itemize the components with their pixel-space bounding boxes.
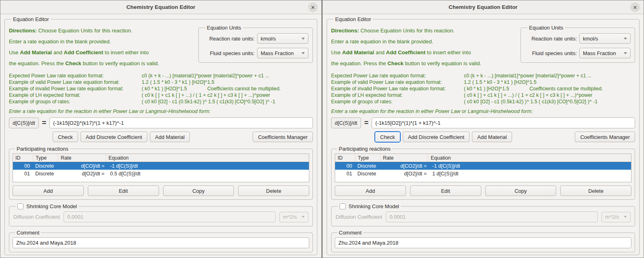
reactions-table-header: ID Type Rate Equation xyxy=(13,154,309,162)
titlebar: Chemistry Equation Editor ✕ xyxy=(0,0,321,14)
comment-group: Comment xyxy=(331,230,635,252)
fluid-species-units-label: Fluid species units: xyxy=(203,50,255,56)
close-button[interactable]: ✕ xyxy=(630,2,640,12)
format-examples: Expected Power Law rate equation format:… xyxy=(9,72,313,105)
directions-line-2: Enter a rate equation in the blank provi… xyxy=(9,38,193,45)
copy-button[interactable]: Copy xyxy=(485,186,557,196)
rate-equation-input[interactable] xyxy=(49,117,313,128)
add-material-button[interactable]: Add Material xyxy=(150,132,190,142)
directions-line-2: Enter a rate equation in the blank provi… xyxy=(331,38,516,45)
header-type[interactable]: Type xyxy=(33,154,58,162)
add-discrete-coefficient-button[interactable]: Add Discrete Coefficient xyxy=(403,132,470,142)
equation-buttons-row: Check Add Discrete Coefficient Add Mater… xyxy=(9,132,313,142)
chevron-down-icon xyxy=(624,52,627,54)
header-equation[interactable]: Equation xyxy=(428,154,631,162)
header-id[interactable]: ID xyxy=(13,154,33,162)
reaction-actions-row: Add Edit Copy Delete xyxy=(335,186,631,196)
close-icon: ✕ xyxy=(633,4,638,11)
reaction-rate-units-value: kmol/s xyxy=(583,36,598,42)
rate-equation-row: d[C(S)]/dt = xyxy=(331,117,635,128)
equation-lhs-label: d[C(S)]/dt xyxy=(9,117,39,128)
table-row[interactable]: 01 Discrete d[O2]/dt = 0.5 d[C(S)]/dt xyxy=(13,170,309,177)
comment-input[interactable] xyxy=(335,237,631,248)
reactions-table: ID Type Rate Equation 00 Discrete d[CO2]… xyxy=(335,154,631,182)
units-grid: Reaction rate units: kmol/s Fluid specie… xyxy=(203,33,308,58)
equation-units-group: Equation Units Reaction rate units: kmol… xyxy=(198,25,313,63)
equation-lhs-label: d[C(S)]/dt xyxy=(331,117,361,128)
format-line: Example of groups of rates:( c0 k0 [O2] … xyxy=(331,98,635,105)
rate-equation-input[interactable] xyxy=(372,117,635,128)
reaction-rate-units-select[interactable]: kmol/s xyxy=(257,33,308,44)
chevron-down-icon xyxy=(624,216,627,218)
equation-units-group: Equation Units Reaction rate units: kmol… xyxy=(521,25,635,63)
directions-and-units: Directions: Choose Equation Units for th… xyxy=(9,25,313,71)
format-line: Expected Power Law rate equation format:… xyxy=(9,72,313,79)
format-line: Example of valid Power Law rate equation… xyxy=(331,79,635,85)
header-rate[interactable]: Rate xyxy=(58,154,106,162)
fluid-species-units-select[interactable]: Mass Fraction xyxy=(257,48,308,58)
add-discrete-coefficient-button[interactable]: Add Discrete Coefficient xyxy=(81,132,147,142)
format-line: Example of LH expected format:( c0 k [ ]… xyxy=(331,92,635,98)
equation-editor-group: Equation Editor Directions: Choose Equat… xyxy=(4,16,317,255)
shrinking-core-checkbox[interactable] xyxy=(340,203,346,209)
window-title: Chemistry Equation Editor xyxy=(448,4,517,10)
format-line: Example of groups of rates:( c0 k0 [O2] … xyxy=(9,98,313,105)
chevron-down-icon xyxy=(302,52,305,54)
format-line: Expected Power Law rate equation format:… xyxy=(331,72,635,79)
table-row[interactable]: 00 Discrete d[CO]/dt = -1 d[C(S)]/dt xyxy=(13,162,309,170)
add-material-button[interactable]: Add Material xyxy=(472,132,512,142)
close-button[interactable]: ✕ xyxy=(308,2,318,12)
equation-units-group-label: Equation Units xyxy=(205,25,243,31)
directions-and-units: Directions: Choose Equation Units for th… xyxy=(331,25,635,71)
equals-sign: = xyxy=(42,119,47,127)
table-row[interactable]: 00 Discrete d[CO2]/dt = -1 d[C(S)]/dt xyxy=(335,162,631,170)
equation-editor-group-label: Equation Editor xyxy=(11,16,51,22)
diffusion-coefficient-input xyxy=(64,211,276,222)
comment-input[interactable] xyxy=(13,237,309,248)
add-button[interactable]: Add xyxy=(13,186,84,196)
directions-text: Directions: Choose Equation Units for th… xyxy=(331,25,516,71)
diffusion-row: Diffusion Coefficient m^2/s xyxy=(13,211,308,222)
participating-reactions-label: Participating reactions xyxy=(337,146,392,152)
header-id[interactable]: ID xyxy=(335,154,355,162)
coefficients-manager-button[interactable]: Coefficients Manager xyxy=(575,132,635,142)
directions-line-3: Use Add Material and Add Coefficient to … xyxy=(9,49,193,56)
add-button[interactable]: Add xyxy=(335,186,406,196)
edit-button[interactable]: Edit xyxy=(88,186,159,196)
check-button[interactable]: Check xyxy=(53,132,78,142)
comment-group-label: Comment xyxy=(15,230,41,236)
check-button[interactable]: Check xyxy=(375,132,400,142)
format-line: Example of valid Power Law rate equation… xyxy=(9,79,313,85)
header-rate[interactable]: Rate xyxy=(380,154,428,162)
delete-button[interactable]: Delete xyxy=(560,186,631,196)
equation-editor-group: Equation Editor Directions: Choose Equat… xyxy=(327,16,640,255)
fluid-species-units-select[interactable]: Mass Fraction xyxy=(579,48,631,58)
diffusion-units-value: m^2/s xyxy=(283,214,297,220)
spacer xyxy=(514,132,572,142)
header-type[interactable]: Type xyxy=(355,154,380,162)
diffusion-coefficient-input xyxy=(386,211,598,222)
window-left: Chemistry Equation Editor ✕ Equation Edi… xyxy=(0,0,322,258)
coefficients-manager-button[interactable]: Coefficients Manager xyxy=(253,132,313,142)
close-icon: ✕ xyxy=(311,4,315,11)
directions-line-3: Use Add Material and Add Coefficient to … xyxy=(331,49,516,56)
header-equation[interactable]: Equation xyxy=(106,154,309,162)
shrinking-core-checkbox[interactable] xyxy=(17,203,23,209)
format-line: Example of invalid Power Law rate equati… xyxy=(9,85,313,92)
equation-units-group-label: Equation Units xyxy=(527,25,565,31)
format-line: Example of invalid Power Law rate equati… xyxy=(331,85,635,92)
fluid-species-units-value: Mass Fraction xyxy=(583,50,616,56)
window-right: Chemistry Equation Editor ✕ Equation Edi… xyxy=(322,0,644,258)
reaction-rate-units-select[interactable]: kmol/s xyxy=(579,33,631,44)
fluid-species-units-label: Fluid species units: xyxy=(525,50,577,56)
diffusion-row: Diffusion Coefficient m^2/s xyxy=(336,211,631,222)
table-row[interactable]: 01 Discrete d[O2]/dt = 1 d[C(S)]/dt xyxy=(335,170,631,177)
diffusion-coefficient-label: Diffusion Coefficient xyxy=(336,214,382,220)
delete-button[interactable]: Delete xyxy=(238,186,309,196)
copy-button[interactable]: Copy xyxy=(163,186,234,196)
edit-button[interactable]: Edit xyxy=(410,186,481,196)
directions-text: Directions: Choose Equation Units for th… xyxy=(9,25,193,71)
participating-reactions-group: Participating reactions ID Type Rate Equ… xyxy=(9,146,313,200)
reaction-rate-units-value: kmol/s xyxy=(261,36,276,42)
reaction-rate-units-label: Reaction rate units: xyxy=(203,36,255,42)
